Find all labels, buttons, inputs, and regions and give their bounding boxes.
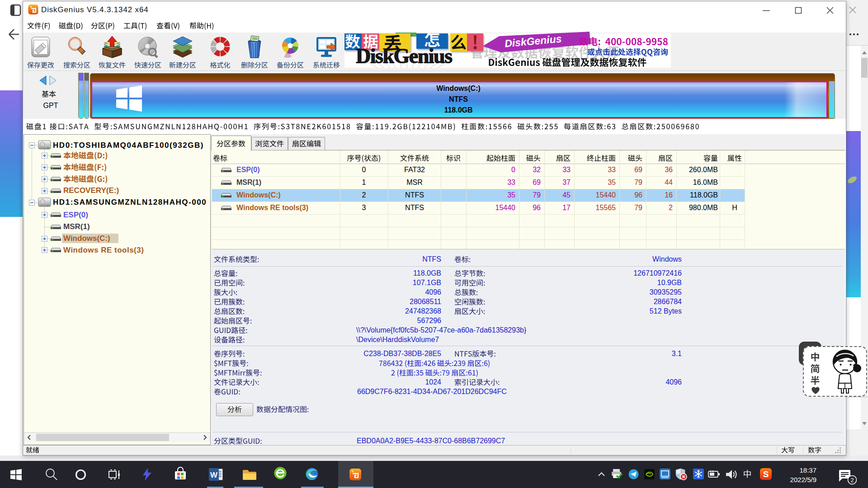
svg-text:W: W [210,471,218,479]
svg-text:2: 2 [850,477,854,483]
svg-text:S: S [763,469,769,479]
